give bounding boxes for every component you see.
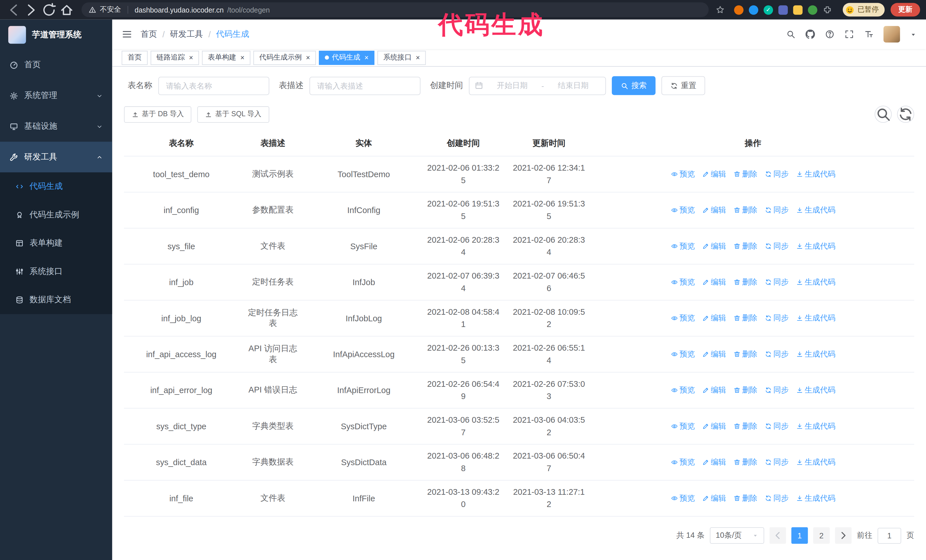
close-tab-icon[interactable]: ×	[365, 54, 369, 62]
home-icon[interactable]	[59, 2, 74, 17]
tab-1[interactable]: 链路追踪×	[151, 50, 199, 65]
reload-icon[interactable]	[41, 2, 57, 17]
preview-action[interactable]: 预览	[671, 241, 695, 252]
leaf-extension-icon[interactable]	[808, 5, 817, 15]
toggle-search-button[interactable]	[875, 106, 892, 123]
date-range-picker[interactable]: 开始日期 - 结束日期	[469, 76, 606, 95]
profile-paused-badge[interactable]: 已暂停	[843, 3, 885, 17]
generate-action[interactable]: 生成代码	[796, 205, 835, 215]
generate-action[interactable]: 生成代码	[796, 169, 835, 180]
close-tab-icon[interactable]: ×	[306, 54, 310, 62]
preview-action[interactable]: 预览	[671, 457, 695, 468]
delete-action[interactable]: 删除	[733, 385, 757, 395]
edit-action[interactable]: 编辑	[702, 457, 726, 468]
sidebar-item-0[interactable]: 首页	[0, 50, 112, 80]
browser-update-button[interactable]: 更新	[891, 3, 920, 17]
tab-5[interactable]: 系统接口×	[378, 50, 426, 65]
edit-action[interactable]: 编辑	[702, 349, 726, 359]
app-logo[interactable]: 芋道管理系统	[0, 20, 112, 50]
generate-action[interactable]: 生成代码	[796, 493, 835, 504]
generate-action[interactable]: 生成代码	[796, 421, 835, 432]
delete-action[interactable]: 删除	[733, 349, 757, 359]
goto-page-input[interactable]	[878, 528, 901, 543]
next-page-button[interactable]	[835, 527, 852, 544]
delete-action[interactable]: 删除	[733, 493, 757, 504]
delete-action[interactable]: 删除	[733, 241, 757, 252]
sidebar-item-3[interactable]: 研发工具	[0, 142, 112, 172]
edit-action[interactable]: 编辑	[702, 169, 726, 180]
generate-action[interactable]: 生成代码	[796, 277, 835, 287]
sidebar-subitem-2[interactable]: 表单构建	[0, 229, 112, 257]
tab-3[interactable]: 代码生成示例×	[253, 50, 316, 65]
page-button-1[interactable]: 1	[791, 527, 808, 544]
help-icon[interactable]	[825, 30, 835, 39]
font-size-icon[interactable]	[864, 30, 873, 39]
generate-action[interactable]: 生成代码	[796, 457, 835, 468]
fullscreen-icon[interactable]	[844, 30, 854, 39]
reset-button[interactable]: 重置	[661, 76, 705, 95]
delete-action[interactable]: 删除	[733, 277, 757, 287]
table-desc-input[interactable]	[309, 76, 421, 95]
sidebar-subitem-4[interactable]: 数据库文档	[0, 286, 112, 314]
forward-icon[interactable]	[24, 2, 39, 17]
preview-action[interactable]: 预览	[671, 277, 695, 287]
close-tab-icon[interactable]: ×	[189, 54, 193, 62]
generate-action[interactable]: 生成代码	[796, 241, 835, 252]
delete-action[interactable]: 删除	[733, 421, 757, 432]
tab-4[interactable]: 代码生成×	[319, 50, 374, 65]
bookmark-star-icon[interactable]	[716, 5, 725, 14]
prev-page-button[interactable]	[770, 527, 786, 544]
sync-action[interactable]: 同步	[764, 241, 789, 252]
sync-action[interactable]: 同步	[764, 421, 789, 432]
search-button[interactable]: 搜索	[612, 76, 655, 95]
preview-action[interactable]: 预览	[671, 169, 695, 180]
dict-extension-icon[interactable]	[793, 5, 803, 15]
preview-action[interactable]: 预览	[671, 313, 695, 324]
edit-action[interactable]: 编辑	[702, 421, 726, 432]
sidebar-subitem-1[interactable]: 代码生成示例	[0, 201, 112, 229]
sync-action[interactable]: 同步	[764, 385, 789, 395]
delete-action[interactable]: 删除	[733, 205, 757, 215]
edit-action[interactable]: 编辑	[702, 205, 726, 215]
check-extension-icon[interactable]: ✓	[764, 5, 773, 15]
generate-action[interactable]: 生成代码	[796, 349, 835, 359]
preview-action[interactable]: 预览	[671, 349, 695, 359]
tab-2[interactable]: 表单构建×	[202, 50, 250, 65]
edit-action[interactable]: 编辑	[702, 277, 726, 287]
sync-action[interactable]: 同步	[764, 349, 789, 359]
page-button-2[interactable]: 2	[813, 527, 830, 544]
delete-action[interactable]: 删除	[733, 457, 757, 468]
sidebar-item-1[interactable]: 系统管理	[0, 80, 112, 111]
people-extension-icon[interactable]	[778, 5, 788, 15]
sync-action[interactable]: 同步	[764, 493, 789, 504]
table-name-input[interactable]	[158, 76, 269, 95]
edit-action[interactable]: 编辑	[702, 493, 726, 504]
breadcrumb-item-1[interactable]: 研发工具	[170, 29, 203, 39]
address-bar[interactable]: 不安全 dashboard.yudao.iocoder.cn/tool/code…	[82, 2, 709, 17]
back-icon[interactable]	[6, 2, 21, 17]
tab-0[interactable]: 首页	[122, 50, 148, 65]
sync-action[interactable]: 同步	[764, 169, 789, 180]
fox-extension-icon[interactable]	[734, 5, 743, 15]
sidebar-item-2[interactable]: 基础设施	[0, 111, 112, 142]
preview-action[interactable]: 预览	[671, 205, 695, 215]
delete-action[interactable]: 删除	[733, 169, 757, 180]
import-sql-button[interactable]: 基于 SQL 导入	[197, 106, 269, 122]
drop-extension-icon[interactable]	[749, 5, 758, 15]
refresh-table-button[interactable]	[897, 106, 914, 123]
delete-action[interactable]: 删除	[733, 313, 757, 324]
sync-action[interactable]: 同步	[764, 313, 789, 324]
breadcrumb-item-0[interactable]: 首页	[141, 29, 157, 39]
end-date-input[interactable]: 结束日期	[546, 80, 600, 91]
close-tab-icon[interactable]: ×	[241, 54, 245, 62]
sync-action[interactable]: 同步	[764, 277, 789, 287]
preview-action[interactable]: 预览	[671, 421, 695, 432]
github-icon[interactable]	[805, 30, 815, 39]
sync-action[interactable]: 同步	[764, 457, 789, 468]
sidebar-subitem-0[interactable]: 代码生成	[0, 172, 112, 201]
import-db-button[interactable]: 基于 DB 导入	[124, 106, 191, 122]
sidebar-toggle-icon[interactable]	[122, 29, 132, 39]
sidebar-subitem-3[interactable]: 系统接口	[0, 258, 112, 286]
header-search-icon[interactable]	[786, 30, 796, 39]
generate-action[interactable]: 生成代码	[796, 313, 835, 324]
